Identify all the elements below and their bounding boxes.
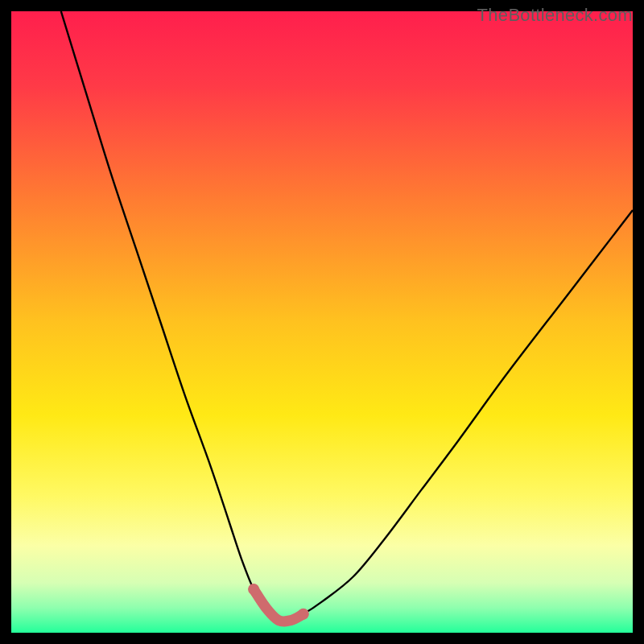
svg-point-1 xyxy=(298,609,309,620)
watermark-text: TheBottleneck.com xyxy=(477,5,633,26)
chart-svg xyxy=(11,11,633,633)
heat-gradient-rect xyxy=(11,11,633,633)
svg-point-0 xyxy=(248,584,259,595)
chart-stage: TheBottleneck.com xyxy=(0,0,644,644)
plot-area xyxy=(11,11,633,633)
